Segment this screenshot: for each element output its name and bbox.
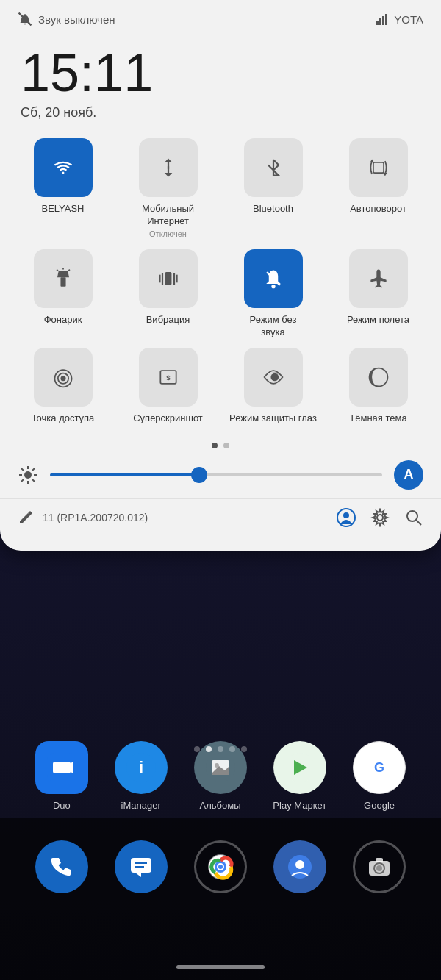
dock-messages[interactable] [115,840,168,893]
dock-chrome[interactable] [194,840,247,893]
svg-line-43 [68,269,70,271]
tile-airplane-icon[interactable] [349,249,408,308]
tile-eyeprotect[interactable]: Режим защиты глаз [225,348,321,425]
tile-mobile-label: Мобильный ИнтернетОтключен [120,203,216,240]
edit-icon[interactable] [18,509,34,526]
quick-tiles-grid: BELYASH Мобильный ИнтернетОтключен Bl [0,126,441,436]
dock-area [0,818,441,980]
mute-icon [18,12,32,26]
tile-screenshot-icon[interactable]: $ [139,348,198,407]
tile-darktheme-label: Тёмная тема [349,412,406,425]
app-duo[interactable]: Duo [35,741,88,811]
svg-line-66 [21,479,24,482]
app-playstore[interactable]: Play Маркет [273,741,326,811]
svg-point-56 [270,373,279,381]
svg-marker-37 [370,160,373,162]
home-dot-4 [229,746,235,752]
svg-point-58 [24,471,32,479]
tile-wifi-label: BELYASH [41,203,84,215]
tile-screenshot-label: Суперскрин­шот [133,412,203,425]
tile-rotate[interactable]: Автоповорот [330,138,426,240]
tile-flashlight[interactable]: Фонарик [15,249,111,339]
tile-bluetooth-label: Bluetooth [253,203,293,215]
svg-line-64 [32,479,35,482]
home-dot-2 [206,746,212,752]
tile-darktheme-icon[interactable] [349,348,408,407]
tile-rotate-label: Автоповорот [350,203,406,215]
svg-rect-29 [379,18,381,25]
brightness-thumb[interactable] [191,467,207,483]
svg-line-42 [57,269,58,271]
svg-point-20 [218,865,223,869]
tile-eyeprotect-label: Режим защиты глаз [229,412,317,425]
home-dot-1 [194,746,200,752]
clock-time: 15:11 [21,44,420,102]
svg-text:G: G [374,760,384,775]
tile-rotate-icon[interactable] [349,138,408,197]
svg-point-22 [295,860,304,869]
user-avatar[interactable]: A [394,460,423,490]
panel-bottom-right [337,508,423,527]
tile-silent-icon[interactable] [244,249,303,308]
svg-point-49 [271,285,275,288]
svg-rect-13 [131,858,151,873]
svg-rect-31 [385,14,387,25]
signal-icon [376,13,391,25]
tile-vibrate-icon[interactable] [139,249,198,308]
tile-mobile[interactable]: Мобильный ИнтернетОтключен [120,138,216,240]
tile-flashlight-icon[interactable] [34,249,93,308]
tile-darktheme[interactable]: Тёмная тема [330,348,426,425]
svg-marker-33 [164,159,172,162]
tile-silent-label: Режим беззвука [250,314,297,339]
tile-vibrate[interactable]: Вибрация [120,249,216,339]
svg-line-63 [21,468,24,471]
brightness-slider[interactable] [50,473,382,476]
tile-wifi-icon[interactable] [34,138,93,197]
user-icon[interactable] [337,508,356,527]
settings-icon[interactable] [370,508,390,527]
svg-rect-39 [60,277,65,286]
svg-rect-26 [376,858,383,862]
svg-rect-28 [376,21,379,25]
tile-bluetooth[interactable]: Bluetooth [225,138,321,240]
build-number: 11 (RP1A.200720.012) [43,512,148,523]
home-dot-3 [218,746,223,752]
svg-point-25 [376,865,382,871]
clock-section: 15:11 Сб, 20 нояб. [0,32,441,126]
panel-bottom-bar: 11 (RP1A.200720.012) [0,498,441,536]
tile-eyeprotect-icon[interactable] [244,348,303,407]
svg-rect-36 [373,162,383,173]
app-imanager-label: iManager [121,800,161,811]
status-bar: Звук выключен YOTA [0,0,441,32]
svg-point-68 [343,512,349,518]
dock-icons-row [0,826,441,908]
dock-phone[interactable] [35,840,88,893]
app-google-label: Google [364,800,395,811]
svg-line-71 [416,520,421,525]
brightness-row: A [0,454,441,496]
svg-rect-44 [165,272,171,285]
tile-airplane[interactable]: Режим полета [330,249,426,339]
tile-hotspot[interactable]: Точка доступа [15,348,111,425]
mute-label: Звук выключен [38,13,115,26]
tile-vibrate-label: Вибрация [146,314,190,326]
tile-mobile-icon[interactable] [139,138,198,197]
tile-hotspot-icon[interactable] [34,348,93,407]
svg-marker-40 [57,271,69,277]
tile-bluetooth-icon[interactable] [244,138,303,197]
tile-screenshot[interactable]: $ Суперскрин­шот [120,348,216,425]
svg-line-65 [32,468,35,471]
app-imanager[interactable]: i iManager [115,741,168,811]
app-google[interactable]: G Google [353,741,406,811]
home-dot-5 [241,746,247,752]
tile-wifi[interactable]: BELYASH [15,138,111,240]
dock-camera[interactable] [353,840,406,893]
tile-silent[interactable]: Режим беззвука [225,249,321,339]
notification-panel: Звук выключен YOTA 15:11 Сб, 20 нояб. [0,0,441,551]
dock-assistant[interactable] [273,840,326,893]
brightness-fill [50,473,199,476]
app-duo-label: Duo [53,800,71,811]
svg-marker-35 [164,173,172,176]
home-page-dots [194,746,247,752]
search-icon[interactable] [404,508,423,527]
